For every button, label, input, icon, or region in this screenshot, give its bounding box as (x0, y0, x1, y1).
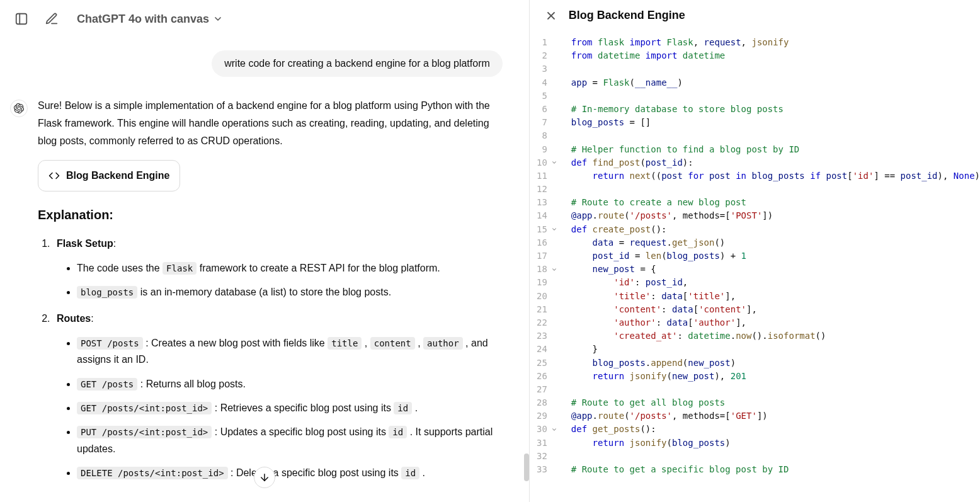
assistant-row: Sure! Below is a simple implementation o… (10, 97, 509, 492)
user-message-row: write code for creating a backend engine… (10, 50, 509, 77)
fold-chevron-icon[interactable] (550, 266, 559, 273)
list-item: POST /posts : Creates a new blog post wi… (77, 335, 509, 368)
list-item: blog_posts is an in-memory database (a l… (77, 284, 509, 300)
fold-chevron-icon[interactable] (550, 159, 559, 166)
list-item: GET /posts/<int:post_id> : Retrieves a s… (77, 400, 509, 416)
chat-header: ChatGPT 4o with canvas (0, 0, 529, 38)
sidebar-toggle-icon[interactable] (10, 8, 33, 30)
code-icon (48, 170, 60, 181)
scrollbar[interactable] (524, 0, 529, 502)
arrow-down-icon (259, 472, 270, 483)
list-item: GET /posts : Returns all blog posts. (77, 376, 509, 392)
openai-logo-icon (14, 103, 24, 113)
explanation-item-routes: Routes: POST /posts : Creates a new blog… (53, 310, 509, 482)
close-icon (545, 9, 557, 22)
close-canvas-button[interactable] (545, 9, 557, 22)
fold-chevron-icon[interactable] (550, 226, 559, 232)
explanation-list: Flask Setup: The code uses the Flask fra… (38, 235, 509, 482)
chat-body[interactable]: write code for creating a backend engine… (0, 38, 529, 502)
list-item: DELETE /posts/<int:post_id> : Deletes a … (77, 465, 509, 481)
line-number-gutter: 1234567891011121314151617181920212223242… (530, 36, 562, 502)
assistant-avatar (10, 100, 28, 117)
new-chat-icon[interactable] (40, 8, 63, 30)
list-item: The code uses the Flask framework to cre… (77, 260, 509, 277)
svg-rect-0 (16, 14, 27, 25)
assistant-intro-text: Sure! Below is a simple implementation o… (38, 97, 509, 150)
canvas-header: Blog Backend Engine (530, 0, 980, 31)
code-editor[interactable]: 1234567891011121314151617181920212223242… (530, 31, 980, 502)
user-message: write code for creating a backend engine… (212, 50, 503, 77)
code-content[interactable]: from flask import Flask, request, jsonif… (562, 36, 980, 502)
scroll-to-bottom-button[interactable] (254, 467, 275, 488)
assistant-content: Sure! Below is a simple implementation o… (38, 97, 509, 492)
model-selector[interactable]: ChatGPT 4o with canvas (71, 9, 229, 30)
explanation-item-flask: Flask Setup: The code uses the Flask fra… (53, 235, 509, 301)
canvas-panel: Blog Backend Engine 12345678910111213141… (530, 0, 980, 502)
canvas-reference-label: Blog Backend Engine (66, 167, 169, 185)
chevron-down-icon (213, 14, 223, 24)
list-item: PUT /posts/<int:post_id> : Updates a spe… (77, 424, 509, 457)
fold-chevron-icon[interactable] (550, 426, 559, 433)
explanation-heading: Explanation: (38, 204, 509, 226)
chat-panel: ChatGPT 4o with canvas write code for cr… (0, 0, 530, 502)
model-name: ChatGPT 4o with canvas (77, 13, 209, 26)
canvas-title: Blog Backend Engine (569, 9, 685, 22)
canvas-reference-button[interactable]: Blog Backend Engine (38, 160, 180, 191)
